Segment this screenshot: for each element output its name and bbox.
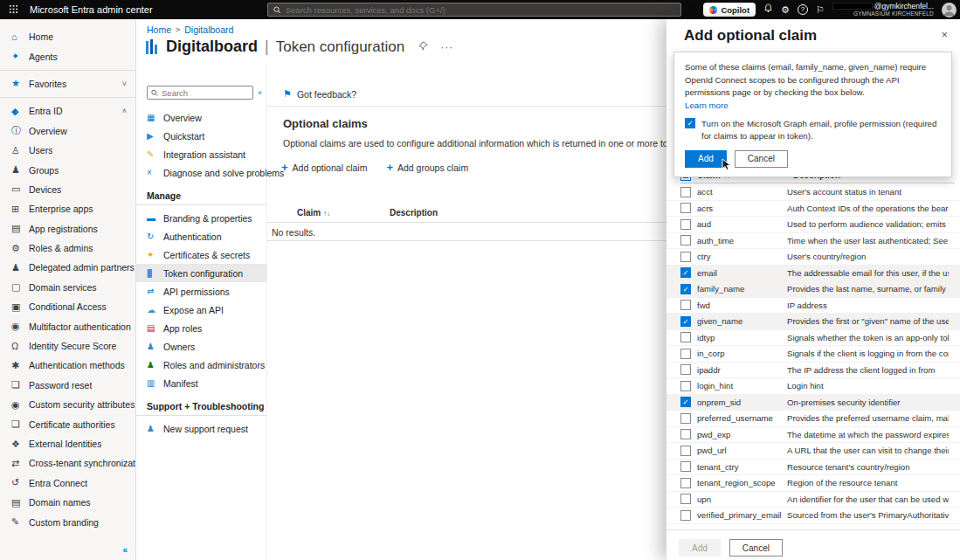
waffle-icon[interactable] <box>0 4 26 16</box>
account-menu[interactable]: @gymkirchenfel... GYMNASIUM KIRCHENFELD <box>832 3 934 17</box>
claim-row-idtyp[interactable]: idtypSignals whether the token is an app… <box>666 330 960 347</box>
claim-row-acct[interactable]: acctUser's account status in tenant <box>666 184 960 201</box>
claim-row-onprem_sid[interactable]: onprem_sidOn-premises security identifie… <box>666 395 960 411</box>
claim-checkbox[interactable] <box>680 219 691 230</box>
global-search-input[interactable] <box>286 5 675 15</box>
menu-item-quickstart[interactable]: ▶Quickstart <box>136 127 266 145</box>
menu-item-manifest[interactable]: ▥Manifest <box>136 374 266 392</box>
sidebar-item-certificate-authorities[interactable]: ❏Certificate authorities <box>0 414 135 433</box>
sidebar-item-password-reset[interactable]: ❏Password reset <box>0 376 135 395</box>
avatar[interactable] <box>942 3 957 17</box>
sidebar-item-domain-services[interactable]: ▢Domain services <box>0 278 135 297</box>
menu-item-api-permissions[interactable]: ⇌API permissions <box>136 282 266 301</box>
claim-checkbox[interactable] <box>680 364 691 375</box>
sidebar-item-agents[interactable]: ✦Agents <box>0 46 135 66</box>
close-icon[interactable]: × <box>941 28 948 41</box>
claim-row-pwd_exp[interactable]: pwd_expThe datetime at which the passwor… <box>666 427 960 444</box>
sidebar-item-cross-tenant-synchronization[interactable]: ⇄Cross-tenant synchronization <box>0 453 135 473</box>
sidebar-item-domain-names[interactable]: ▤Domain names <box>0 493 135 512</box>
claim-checkbox[interactable] <box>680 461 691 472</box>
menu-item-branding-properties[interactable]: ▬Branding & properties <box>136 209 266 227</box>
more-options-icon[interactable]: ··· <box>440 41 453 53</box>
menu-item-expose-an-api[interactable]: ☁Expose an API <box>136 301 266 319</box>
menu-search-box[interactable] <box>147 86 253 100</box>
breadcrumb-home[interactable]: Home <box>147 24 171 35</box>
menu-item-authentication[interactable]: ↻Authentication <box>136 227 266 245</box>
got-feedback-button[interactable]: Got feedback? <box>297 89 356 100</box>
claim-row-pwd_url[interactable]: pwd_urlA URL that the user can visit to … <box>666 443 960 460</box>
claim-row-in_corp[interactable]: in_corpSignals if the client is logging … <box>666 346 960 363</box>
claim-row-auth_time[interactable]: auth_timeTime when the user last authent… <box>666 233 960 250</box>
menu-item-app-roles[interactable]: ▤App roles <box>136 319 266 337</box>
pin-icon[interactable] <box>418 41 428 52</box>
claim-checkbox[interactable] <box>680 332 691 342</box>
menu-search-input[interactable] <box>162 88 249 98</box>
panel-add-button[interactable]: Add <box>679 539 721 557</box>
claim-checkbox[interactable] <box>680 187 691 197</box>
claim-checkbox[interactable] <box>680 300 691 310</box>
menu-item-certificates-secrets[interactable]: ✦Certificates & secrets <box>136 245 266 264</box>
claim-checkbox[interactable] <box>680 316 691 327</box>
menu-item-roles-and-administrators[interactable]: ♟Roles and administrators <box>136 356 266 374</box>
claim-row-preferred_username[interactable]: preferred_usernameProvides the preferred… <box>666 411 960 427</box>
claim-row-login_hint[interactable]: login_hintLogin hint <box>666 378 960 395</box>
collapse-menu-button[interactable]: « <box>258 88 262 97</box>
claim-checkbox[interactable] <box>680 235 691 245</box>
sidebar-item-roles-admins[interactable]: ⚙Roles & admins <box>0 239 135 258</box>
claim-row-ctry[interactable]: ctryUser's country/region <box>666 249 960 266</box>
claim-checkbox[interactable] <box>680 429 691 439</box>
claim-checkbox[interactable] <box>680 252 691 262</box>
menu-item-token-configuration[interactable]: |||Token configuration <box>136 264 266 282</box>
claim-checkbox[interactable] <box>680 446 691 456</box>
claim-row-ipaddr[interactable]: ipaddrThe IP address the client logged i… <box>666 363 960 379</box>
sidebar-item-favorites[interactable]: ★Favorites˅ <box>0 74 135 93</box>
column-claim[interactable]: Claim ↑↓ <box>297 208 330 218</box>
collapse-sidebar-button[interactable]: « <box>122 545 128 555</box>
graph-permission-checkbox[interactable] <box>685 118 695 128</box>
feedback-icon[interactable]: ⚐ <box>816 0 825 19</box>
sidebar-item-external-identities[interactable]: ❖External Identities <box>0 434 135 453</box>
claim-checkbox[interactable] <box>680 284 691 294</box>
global-search[interactable] <box>267 3 681 17</box>
copilot-button[interactable]: Copilot <box>703 3 756 17</box>
help-icon[interactable]: ? <box>798 4 808 15</box>
claim-checkbox[interactable] <box>680 397 691 407</box>
add-optional-claim-button[interactable]: + Add optional claim <box>281 161 367 174</box>
sidebar-item-custom-branding[interactable]: ✎Custom branding <box>0 512 135 531</box>
sidebar-item-home[interactable]: ⌂Home <box>0 27 135 46</box>
sidebar-item-enterprise-apps[interactable]: ⊞Enterprise apps <box>0 199 135 218</box>
claim-checkbox[interactable] <box>680 478 691 488</box>
dialog-cancel-button[interactable]: Cancel <box>735 150 788 168</box>
claim-checkbox[interactable] <box>680 413 691 424</box>
sidebar-item-groups[interactable]: ♟Groups <box>0 160 135 179</box>
sidebar-item-users[interactable]: ♙Users <box>0 141 135 160</box>
notifications-bell-icon[interactable] <box>763 0 773 19</box>
sidebar-item-custom-security-attributes[interactable]: ◉Custom security attributes <box>0 395 135 414</box>
menu-item-integration-assistant[interactable]: ✎Integration assistant <box>136 145 266 163</box>
sidebar-item-entra-id[interactable]: ◆Entra ID˄ <box>0 101 135 121</box>
claim-row-family_name[interactable]: family_nameProvides the last name, surna… <box>666 281 960 298</box>
claim-row-verified_primary_email[interactable]: verified_primary_emailSourced from the u… <box>666 508 960 524</box>
sidebar-item-authentication-methods[interactable]: ✱Authentication methods <box>0 356 135 375</box>
sidebar-item-app-registrations[interactable]: ▤App registrations <box>0 219 135 239</box>
menu-item-owners[interactable]: ♟Owners <box>136 337 266 356</box>
claim-checkbox[interactable] <box>680 349 691 359</box>
claim-row-fwd[interactable]: fwdIP address <box>666 298 960 315</box>
sidebar-item-conditional-access[interactable]: ▣Conditional Access <box>0 297 135 316</box>
breadcrumb-digitalboard[interactable]: Digitalboard <box>184 24 233 35</box>
claim-checkbox[interactable] <box>680 510 691 521</box>
menu-item-overview[interactable]: ▦Overview <box>136 108 266 127</box>
sidebar-item-overview[interactable]: ⓘOverview <box>0 121 135 141</box>
dialog-add-button[interactable]: Add <box>685 150 727 168</box>
learn-more-link[interactable]: Learn more <box>685 100 729 110</box>
sidebar-item-devices[interactable]: ▭Devices <box>0 180 135 199</box>
panel-cancel-button[interactable]: Cancel <box>729 539 783 557</box>
sidebar-item-delegated-admin-partners[interactable]: ♟Delegated admin partners <box>0 258 135 277</box>
claim-row-acrs[interactable]: acrsAuth Context IDs of the operations t… <box>666 201 960 218</box>
settings-gear-icon[interactable]: ⚙ <box>781 0 790 19</box>
sidebar-item-identity-secure-score[interactable]: ΩIdentity Secure Score <box>0 336 135 356</box>
claim-row-tenant_region_scope[interactable]: tenant_region_scopeRegion of the resourc… <box>666 475 960 492</box>
claim-checkbox[interactable] <box>680 203 691 213</box>
add-groups-claim-button[interactable]: + Add groups claim <box>386 161 468 174</box>
sidebar-item-entra-connect[interactable]: ↺Entra Connect <box>0 474 135 493</box>
